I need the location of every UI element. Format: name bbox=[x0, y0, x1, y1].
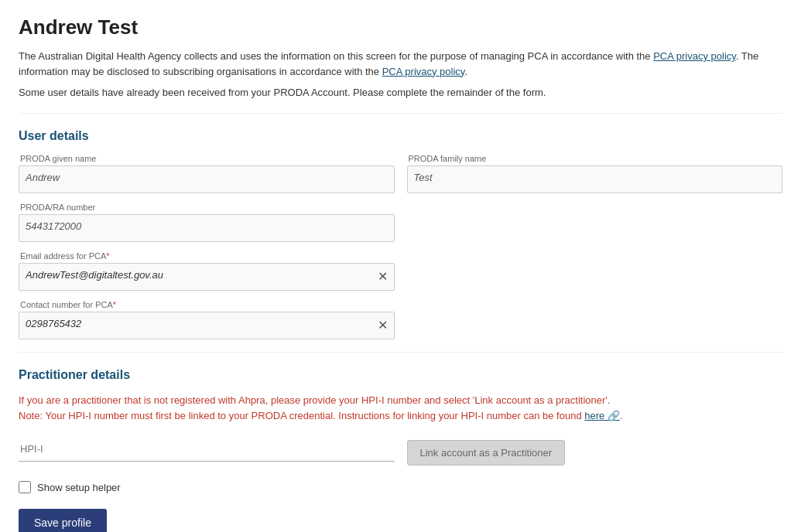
proda-info-text: Some user details have already been rece… bbox=[19, 85, 782, 101]
email-label: Email address for PCA* bbox=[19, 251, 395, 261]
contact-required-marker: * bbox=[113, 300, 116, 309]
contact-label: Contact number for PCA* bbox=[19, 300, 395, 309]
proda-given-name-label: PRODA given name bbox=[19, 154, 395, 163]
link-account-button[interactable]: Link account as a Practitioner bbox=[407, 440, 566, 466]
user-details-section-title: User details bbox=[19, 129, 782, 143]
privacy-policy-link-1[interactable]: PCA privacy policy bbox=[653, 50, 736, 62]
hpi-field-wrapper bbox=[19, 437, 395, 462]
proda-ra-field: PRODA/RA number 5443172000 bbox=[19, 203, 395, 242]
proda-ra-input-wrapper: 5443172000 bbox=[19, 214, 395, 242]
show-setup-row: Show setup helper bbox=[19, 481, 782, 493]
privacy-info-text: The Australian Digital Health Agency col… bbox=[19, 49, 782, 79]
show-setup-label[interactable]: Show setup helper bbox=[37, 482, 121, 493]
proda-given-name-input-wrapper: Andrew bbox=[19, 165, 395, 193]
page-title: Andrew Test bbox=[19, 15, 782, 39]
proda-ra-value: 5443172000 bbox=[26, 220, 81, 232]
show-setup-checkbox[interactable] bbox=[19, 481, 31, 493]
proda-given-name-field: PRODA given name Andrew bbox=[19, 154, 395, 193]
practitioner-details-section-title: Practitioner details bbox=[19, 368, 782, 382]
contact-input-wrapper[interactable]: ✕ bbox=[19, 312, 395, 339]
divider-2 bbox=[19, 352, 782, 353]
hpi-input[interactable] bbox=[20, 440, 395, 458]
contact-row: Contact number for PCA* ✕ bbox=[19, 300, 782, 339]
contact-clear-button[interactable]: ✕ bbox=[378, 319, 388, 332]
here-link[interactable]: here 🔗 bbox=[584, 410, 620, 421]
proda-family-name-field: PRODA family name Test bbox=[407, 154, 783, 193]
email-input-wrapper[interactable]: ✕ bbox=[19, 263, 395, 291]
email-input[interactable] bbox=[26, 269, 369, 281]
email-row: Email address for PCA* ✕ bbox=[19, 251, 782, 291]
proda-family-name-input-wrapper: Test bbox=[407, 165, 783, 193]
name-row: PRODA given name Andrew PRODA family nam… bbox=[19, 154, 782, 193]
contact-field: Contact number for PCA* ✕ bbox=[19, 300, 395, 339]
save-profile-button[interactable]: Save profile bbox=[19, 509, 107, 532]
privacy-policy-link-2[interactable]: PCA privacy policy bbox=[382, 66, 465, 77]
ra-row: PRODA/RA number 5443172000 bbox=[19, 203, 782, 242]
proda-ra-label: PRODA/RA number bbox=[19, 203, 395, 212]
proda-given-name-value: Andrew bbox=[26, 172, 60, 183]
proda-family-name-value: Test bbox=[414, 172, 433, 183]
email-required-marker: * bbox=[106, 251, 109, 261]
email-clear-button[interactable]: ✕ bbox=[378, 271, 388, 283]
practitioner-note: Note: Your HPI-I number must first be li… bbox=[19, 410, 582, 421]
practitioner-info-text: If you are a practitioner that is not re… bbox=[19, 393, 782, 425]
divider-1 bbox=[19, 113, 782, 114]
email-field: Email address for PCA* ✕ bbox=[19, 251, 395, 291]
practitioner-row: Link account as a Practitioner bbox=[19, 437, 782, 466]
contact-input[interactable] bbox=[26, 318, 369, 329]
proda-family-name-label: PRODA family name bbox=[407, 154, 783, 163]
